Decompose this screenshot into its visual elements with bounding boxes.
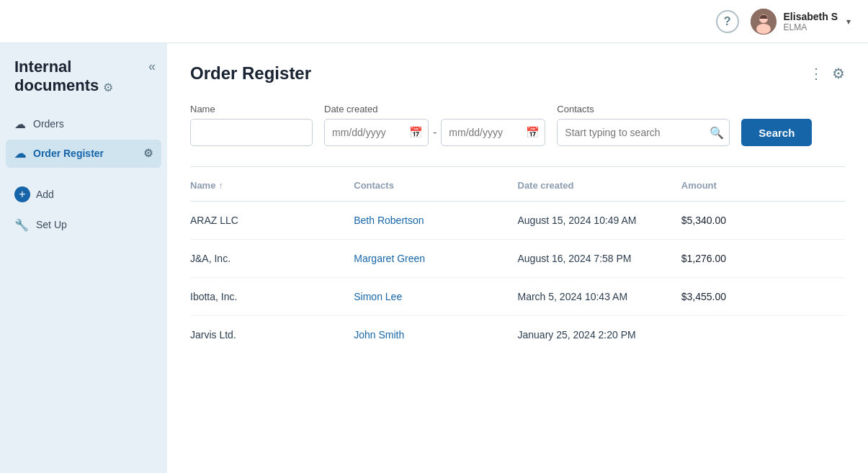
layout: Internal documents ⚙ « ☁ Orders ☁ Order … bbox=[0, 43, 868, 473]
name-input[interactable] bbox=[190, 119, 313, 146]
column-header-name[interactable]: Name ↑ bbox=[190, 177, 354, 194]
date-range-inputs: 📅 - 📅 bbox=[324, 119, 545, 146]
sidebar-title-group: Internal documents ⚙ bbox=[14, 58, 113, 96]
page-header: Order Register ⋮ ⚙ bbox=[190, 63, 845, 84]
sidebar: Internal documents ⚙ « ☁ Orders ☁ Order … bbox=[0, 43, 167, 473]
column-header-date-created: Date created bbox=[518, 177, 681, 194]
user-org: ELMA bbox=[784, 22, 838, 32]
user-info: Elisabeth S ELMA bbox=[784, 11, 838, 32]
main-content: Order Register ⋮ ⚙ Name Date created 📅 bbox=[167, 43, 868, 473]
cell-name: Jarvis Ltd. bbox=[190, 329, 354, 341]
more-options-icon[interactable]: ⋮ bbox=[809, 65, 823, 82]
add-button[interactable]: + Add bbox=[6, 179, 161, 210]
sidebar-header: Internal documents ⚙ « bbox=[0, 58, 167, 110]
cloud-icon: ☁ bbox=[14, 117, 26, 131]
sort-arrow-icon: ↑ bbox=[218, 181, 223, 191]
top-bar: ? Elisabeth S ELMA ▾ bbox=[0, 0, 868, 43]
filters-section: Name Date created 📅 - 📅 bbox=[190, 104, 845, 146]
data-table: Name ↑ Contacts Date created Amount ARAZ… bbox=[190, 166, 845, 353]
date-filter-label: Date created bbox=[324, 104, 545, 114]
search-button[interactable]: Search bbox=[741, 119, 812, 146]
date-from-input[interactable] bbox=[324, 119, 429, 146]
cell-name: Ibotta, Inc. bbox=[190, 291, 354, 302]
cell-contact[interactable]: Beth Robertson bbox=[354, 215, 517, 226]
sidebar-nav: ☁ Orders ☁ Order Register ⚙ bbox=[0, 110, 167, 168]
svg-point-2 bbox=[756, 24, 771, 34]
cell-date: March 5, 2024 10:43 AM bbox=[518, 291, 681, 302]
page-actions: ⋮ ⚙ bbox=[809, 65, 845, 82]
cloud-icon-active: ☁ bbox=[14, 147, 26, 161]
sidebar-item-order-register[interactable]: ☁ Order Register ⚙ bbox=[6, 140, 161, 168]
wrench-icon: 🔧 bbox=[14, 218, 29, 232]
cell-amount: $3,455.00 bbox=[681, 291, 845, 302]
date-from-wrap: 📅 bbox=[324, 119, 429, 146]
avatar bbox=[751, 9, 777, 35]
help-button[interactable]: ? bbox=[716, 10, 739, 33]
cell-amount: $5,340.00 bbox=[681, 215, 845, 226]
user-menu[interactable]: Elisabeth S ELMA ▾ bbox=[751, 9, 851, 35]
column-header-contacts: Contacts bbox=[354, 177, 517, 194]
name-filter-group: Name bbox=[190, 104, 313, 146]
user-name: Elisabeth S bbox=[784, 11, 838, 22]
table-row: ARAZ LLC Beth Robertson August 15, 2024 … bbox=[190, 202, 845, 240]
chevron-down-icon: ▾ bbox=[846, 17, 851, 27]
sidebar-gear-icon[interactable]: ⚙ bbox=[103, 81, 113, 94]
date-to-wrap: 📅 bbox=[441, 119, 545, 146]
sidebar-collapse-button[interactable]: « bbox=[148, 59, 156, 74]
cell-contact[interactable]: Simon Lee bbox=[354, 291, 517, 302]
contacts-filter-label: Contacts bbox=[557, 104, 730, 114]
page-title: Order Register bbox=[190, 63, 311, 84]
cell-date: January 25, 2024 2:20 PM bbox=[518, 329, 681, 341]
sidebar-item-orders[interactable]: ☁ Orders bbox=[6, 110, 161, 138]
sidebar-title-line2: documents bbox=[14, 76, 99, 95]
contacts-search-input[interactable] bbox=[557, 119, 730, 146]
cell-contact[interactable]: John Smith bbox=[354, 329, 517, 341]
page-settings-icon[interactable]: ⚙ bbox=[832, 65, 845, 82]
date-separator: - bbox=[433, 126, 437, 139]
table-header: Name ↑ Contacts Date created Amount bbox=[190, 170, 845, 202]
cell-date: August 16, 2024 7:58 PM bbox=[518, 253, 681, 264]
table-row: J&A, Inc. Margaret Green August 16, 2024… bbox=[190, 240, 845, 278]
add-circle-icon: + bbox=[14, 186, 30, 202]
setup-button[interactable]: 🔧 Set Up bbox=[6, 211, 161, 239]
cell-name: J&A, Inc. bbox=[190, 253, 354, 264]
date-range-group: Date created 📅 - 📅 bbox=[324, 104, 545, 146]
table-body: ARAZ LLC Beth Robertson August 15, 2024 … bbox=[190, 202, 845, 353]
contacts-search-wrap: 🔍 bbox=[557, 119, 730, 146]
contacts-filter-group: Contacts 🔍 bbox=[557, 104, 730, 146]
sidebar-actions: + Add 🔧 Set Up bbox=[0, 179, 167, 239]
table-divider bbox=[190, 166, 845, 167]
column-header-amount: Amount bbox=[681, 177, 845, 194]
sidebar-item-orders-label: Orders bbox=[33, 118, 64, 130]
add-label: Add bbox=[36, 189, 54, 200]
cell-contact[interactable]: Margaret Green bbox=[354, 253, 517, 264]
name-filter-label: Name bbox=[190, 104, 313, 114]
table-row: Ibotta, Inc. Simon Lee March 5, 2024 10:… bbox=[190, 278, 845, 316]
cell-amount: $1,276.00 bbox=[681, 253, 845, 264]
cell-name: ARAZ LLC bbox=[190, 215, 354, 226]
table-row: Jarvis Ltd. John Smith January 25, 2024 … bbox=[190, 316, 845, 353]
sidebar-item-order-register-label: Order Register bbox=[33, 148, 104, 159]
setup-label: Set Up bbox=[36, 219, 67, 230]
sidebar-title: Internal documents ⚙ bbox=[14, 58, 113, 96]
cell-date: August 15, 2024 10:49 AM bbox=[518, 215, 681, 226]
date-to-input[interactable] bbox=[441, 119, 545, 146]
nav-settings-icon[interactable]: ⚙ bbox=[143, 147, 153, 160]
